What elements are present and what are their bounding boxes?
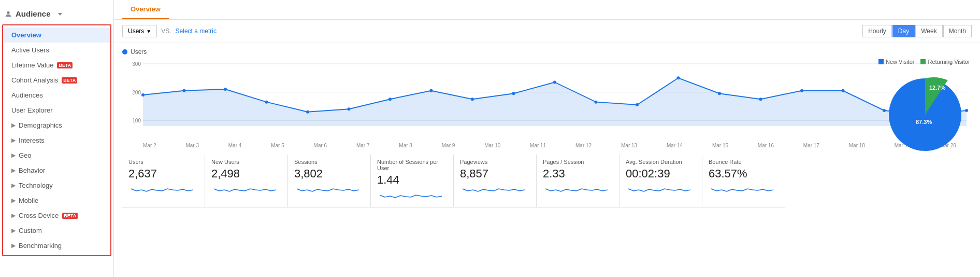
sidebar-item-user-explorer[interactable]: User Explorer [3,103,110,118]
sidebar-item-label: Demographics [19,121,62,129]
svg-text:100: 100 [132,118,141,123]
svg-text:87.3%: 87.3% [916,119,932,125]
x-label: Mar 17 [803,143,819,148]
new-visitor-label: New Visitor [886,59,914,65]
metric-selector-button[interactable]: Users ▼ [122,25,157,37]
chevron-icon: ▶ [11,167,16,174]
metric-card-3: Number of Sessions per User1.44 [371,155,454,207]
metric-label: Users [128,159,198,165]
chevron-icon: ▶ [11,182,16,189]
metric-label: Sessions [294,159,364,165]
person-icon [4,10,12,18]
sidebar-item-label: Overview [11,31,41,39]
pie-legend: New Visitor Returning Visitor [878,59,972,65]
metric-value: 63.57% [709,167,779,181]
svg-point-0 [7,11,9,13]
metric-card-5: Pages / Session2.33 [537,155,619,207]
sidebar-item-behavior[interactable]: ▶Behavior [3,163,110,178]
sidebar-item-geo[interactable]: ▶Geo [3,148,110,163]
time-buttons: HourlyDayWeekMonth [862,25,972,37]
sparkline [211,183,279,195]
svg-point-15 [388,98,392,101]
svg-point-24 [759,98,762,101]
sidebar-item-active-users[interactable]: Active Users [3,43,110,58]
time-btn-hourly[interactable]: Hourly [862,25,892,37]
chart-area: Users 300200100 Mar 2Mar 3Mar 4Mar 5Mar … [114,43,980,148]
main-content: Overview Users ▼ VS. Select a metric Hou… [114,0,980,277]
sidebar-item-custom[interactable]: ▶Custom [3,223,110,238]
metric-card-7: Bounce Rate63.57% [702,155,785,207]
new-visitor-legend: New Visitor [878,59,914,65]
metric-value: 2.33 [543,167,613,181]
svg-point-21 [636,103,639,106]
metric-label: Pageviews [460,159,530,165]
returning-visitor-dot [920,59,926,64]
x-label: Mar 15 [712,143,728,148]
beta-badge: BETA [57,62,73,68]
metric-value: 8,857 [460,167,530,181]
svg-point-25 [800,89,803,92]
sidebar-item-audiences[interactable]: Audiences [3,88,110,103]
svg-point-10 [183,89,186,92]
sidebar-item-demographics[interactable]: ▶Demographics [3,118,110,133]
x-label: Mar 10 [484,143,500,148]
metric-selector-label: Users [128,27,144,35]
sidebar-item-cohort-analysis[interactable]: Cohort AnalysisBETA [3,73,110,88]
metric-card-1: New Users2,498 [205,155,288,207]
new-visitor-dot [878,59,884,64]
sidebar-item-technology[interactable]: ▶Technology [3,178,110,193]
sidebar-item-label: Cohort Analysis [11,76,58,84]
x-label: Mar 6 [314,143,327,148]
sparkline [543,183,610,195]
chevron-icon: ▶ [11,152,16,159]
sidebar-item-lifetime-value[interactable]: Lifetime ValueBETA [3,58,110,73]
svg-point-23 [718,92,721,95]
chevron-icon: ▶ [11,212,16,219]
x-label: Mar 12 [575,143,592,148]
tab-overview[interactable]: Overview [122,0,169,19]
select-metric-link[interactable]: Select a metric [176,27,217,35]
metric-label: Avg. Session Duration [626,159,696,165]
x-label: Mar 13 [621,143,637,148]
returning-visitor-label: Returning Visitor [928,59,970,65]
metric-value: 2,637 [128,167,198,181]
sparkline [128,183,196,195]
x-label: Mar 8 [399,143,412,148]
metrics-grid: Users2,637New Users2,498Sessions3,802Num… [114,148,980,214]
metric-value: 1.44 [377,173,447,187]
time-btn-day[interactable]: Day [892,25,915,37]
sidebar-item-label: Behavior [19,167,45,174]
x-label: Mar 14 [667,143,683,148]
svg-text:300: 300 [132,61,141,67]
users-legend-label: Users [131,48,147,56]
sidebar-item-label: Benchmarking [19,242,62,250]
chart-container: Users 300200100 Mar 2Mar 3Mar 4Mar 5Mar … [114,43,980,277]
x-label: Mar 9 [442,143,455,148]
svg-marker-1 [58,13,62,16]
time-btn-week[interactable]: Week [915,25,942,37]
chevron-icon: ▶ [11,242,16,249]
sidebar-title: Audience [16,9,51,18]
vs-label: VS. [161,27,171,35]
svg-point-19 [553,80,556,84]
svg-point-12 [265,101,268,104]
sidebar-item-cross-device[interactable]: ▶Cross DeviceBETA [3,208,110,223]
sidebar-item-overview[interactable]: Overview [3,27,110,43]
time-btn-month[interactable]: Month [943,25,972,37]
beta-badge: BETA [62,77,77,84]
chart-svg-container: 300200100 [122,59,972,142]
dropdown-arrow-icon: ▼ [146,29,151,34]
metric-label: New Users [211,159,281,165]
sidebar-item-interests[interactable]: ▶Interests [3,133,110,148]
svg-point-22 [677,76,680,79]
chevron-icon: ▶ [11,227,16,234]
metric-card-0: Users2,637 [122,155,205,207]
x-label: Mar 2 [143,143,156,148]
sidebar-item-label: Technology [19,182,53,189]
svg-point-26 [842,89,845,92]
chevron-icon: ▶ [11,137,16,144]
svg-point-16 [430,89,433,92]
x-label: Mar 18 [849,143,865,148]
sidebar-item-benchmarking[interactable]: ▶Benchmarking [3,238,110,253]
sidebar-item-mobile[interactable]: ▶Mobile [3,193,110,208]
